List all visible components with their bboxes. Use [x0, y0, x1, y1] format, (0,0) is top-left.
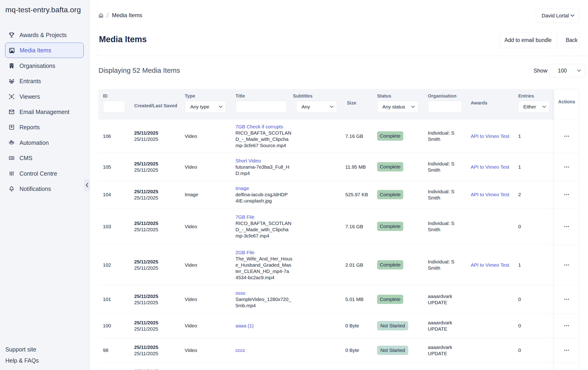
svg-text:AB: AB — [10, 157, 13, 159]
